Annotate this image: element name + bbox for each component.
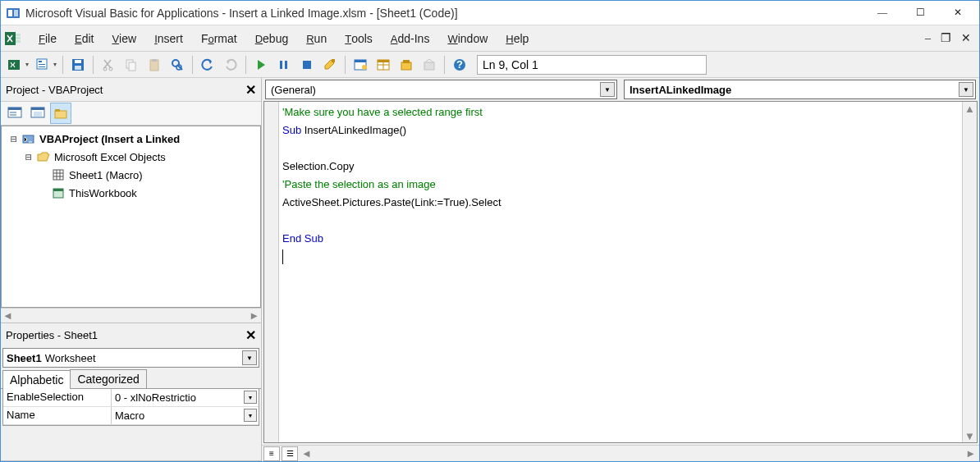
menu-edit[interactable]: Edit bbox=[68, 29, 100, 48]
dropdown-arrow-icon[interactable]: ▼ bbox=[244, 409, 257, 422]
run-button[interactable] bbox=[250, 54, 272, 75]
tree-sheet1[interactable]: Sheet1 (Macro) bbox=[3, 166, 259, 184]
cursor-position-display: Ln 9, Col 1 bbox=[477, 55, 707, 75]
svg-rect-20 bbox=[152, 59, 157, 62]
dropdown-arrow-icon[interactable]: ▾ bbox=[53, 61, 58, 68]
standard-toolbar: ▾ ▾ ? Ln 9, Col 1 bbox=[1, 52, 979, 78]
folder-open-icon bbox=[36, 150, 51, 163]
menu-bar: File Edit View Insert Format Debug Run T… bbox=[1, 25, 979, 52]
tree-project-root[interactable]: ⊟ VBAProject (Insert a Linked bbox=[3, 130, 259, 148]
vertical-scrollbar[interactable]: ▲ ▼ bbox=[962, 102, 977, 442]
insert-module-button[interactable] bbox=[32, 54, 53, 75]
scroll-down-icon[interactable]: ▼ bbox=[963, 429, 977, 442]
svg-rect-18 bbox=[129, 62, 135, 71]
toolbox-button[interactable] bbox=[419, 54, 440, 75]
properties-object-selector[interactable]: Sheet1 Worksheet ▼ bbox=[2, 348, 259, 368]
properties-grid[interactable]: EnableSelection 0 - xlNoRestrictio ▼ Nam… bbox=[2, 389, 259, 426]
undo-button[interactable] bbox=[197, 54, 218, 75]
menu-addins[interactable]: Add-Ins bbox=[384, 29, 437, 48]
window-title: Microsoft Visual Basic for Applications … bbox=[25, 7, 866, 20]
mdi-restore-button[interactable]: ❐ bbox=[936, 31, 956, 45]
menu-insert[interactable]: Insert bbox=[148, 29, 190, 48]
mdi-close-button[interactable]: ✕ bbox=[956, 31, 976, 45]
project-explorer-close-button[interactable]: ✕ bbox=[241, 80, 259, 98]
menu-debug[interactable]: Debug bbox=[249, 29, 295, 48]
paste-button[interactable] bbox=[144, 54, 165, 75]
menu-help[interactable]: Help bbox=[499, 29, 535, 48]
procedure-selector[interactable]: InsertALinkedImage ▼ bbox=[624, 80, 976, 99]
object-selector[interactable]: (General) ▼ bbox=[265, 80, 617, 99]
dropdown-arrow-icon[interactable]: ▼ bbox=[959, 82, 973, 97]
cut-button[interactable] bbox=[98, 54, 119, 75]
toggle-folders-button[interactable] bbox=[50, 103, 71, 124]
properties-title: Properties - Sheet1 bbox=[6, 329, 98, 341]
menu-tools[interactable]: Tools bbox=[338, 29, 379, 48]
design-mode-button[interactable] bbox=[319, 54, 341, 75]
view-object-button[interactable] bbox=[27, 103, 48, 124]
tree-folder-excel-objects[interactable]: ⊟ Microsoft Excel Objects bbox=[3, 148, 259, 166]
svg-rect-50 bbox=[53, 170, 63, 180]
svg-rect-32 bbox=[378, 60, 389, 62]
tree-thisworkbook[interactable]: ThisWorkbook bbox=[3, 184, 259, 202]
property-value[interactable]: Macro ▼ bbox=[112, 407, 259, 424]
collapse-icon[interactable]: ⊟ bbox=[23, 151, 34, 163]
procedure-view-button[interactable]: ≡ bbox=[263, 446, 280, 461]
close-button[interactable]: ✕ bbox=[941, 2, 974, 24]
object-browser-button[interactable] bbox=[396, 54, 417, 75]
view-excel-button[interactable] bbox=[4, 54, 25, 75]
copy-button[interactable] bbox=[121, 54, 142, 75]
reset-button[interactable] bbox=[296, 54, 318, 75]
dropdown-arrow-icon[interactable]: ▼ bbox=[244, 391, 257, 404]
svg-rect-46 bbox=[34, 112, 42, 117]
mdi-minimize-button[interactable]: – bbox=[920, 32, 936, 45]
redo-button[interactable] bbox=[220, 54, 241, 75]
svg-rect-45 bbox=[31, 107, 44, 110]
svg-rect-13 bbox=[75, 60, 81, 63]
code-margin[interactable] bbox=[264, 102, 279, 442]
svg-point-30 bbox=[362, 65, 367, 70]
property-value[interactable]: 0 - xlNoRestrictio ▼ bbox=[112, 389, 259, 406]
code-editor[interactable]: 'Make sure you have a selected range fir… bbox=[279, 102, 962, 442]
workspace: Project - VBAProject ✕ ⊟ VBAProject (Ins… bbox=[1, 78, 979, 461]
menu-window[interactable]: Window bbox=[441, 29, 494, 48]
svg-rect-24 bbox=[280, 61, 282, 69]
vba-app-icon bbox=[6, 6, 21, 21]
property-row[interactable]: EnableSelection 0 - xlNoRestrictio ▼ bbox=[3, 389, 259, 407]
properties-header[interactable]: Properties - Sheet1 ✕ bbox=[1, 323, 261, 346]
tab-alphabetic[interactable]: Alphabetic bbox=[2, 370, 71, 389]
menu-file[interactable]: File bbox=[32, 29, 63, 48]
dropdown-arrow-icon[interactable]: ▼ bbox=[242, 350, 257, 365]
project-tree[interactable]: ⊟ VBAProject (Insert a Linked ⊟ Microsof… bbox=[1, 126, 261, 308]
properties-close-button[interactable]: ✕ bbox=[241, 326, 259, 344]
minimize-button[interactable]: — bbox=[866, 2, 899, 24]
project-explorer-button[interactable] bbox=[350, 54, 371, 75]
save-button[interactable] bbox=[67, 54, 89, 75]
svg-text:?: ? bbox=[456, 58, 463, 71]
svg-rect-1 bbox=[8, 10, 12, 16]
help-button[interactable]: ? bbox=[449, 54, 470, 75]
maximize-button[interactable]: ☐ bbox=[904, 2, 936, 24]
property-row[interactable]: Name Macro ▼ bbox=[3, 407, 259, 425]
svg-rect-35 bbox=[401, 62, 411, 70]
properties-window-button[interactable] bbox=[373, 54, 394, 75]
menu-view[interactable]: View bbox=[105, 29, 143, 48]
menu-format[interactable]: Format bbox=[195, 29, 244, 48]
project-explorer-title: Project - VBAProject bbox=[6, 84, 103, 96]
view-code-button[interactable] bbox=[4, 103, 25, 124]
find-button[interactable] bbox=[167, 54, 188, 75]
properties-tabstrip: Alphabetic Categorized bbox=[1, 369, 261, 389]
full-module-view-button[interactable]: ☰ bbox=[282, 446, 298, 461]
scroll-up-icon[interactable]: ▲ bbox=[963, 102, 977, 115]
project-explorer-header[interactable]: Project - VBAProject ✕ bbox=[1, 78, 261, 101]
dropdown-arrow-icon[interactable]: ▾ bbox=[25, 61, 30, 68]
project-horizontal-scrollbar[interactable]: ◄► bbox=[1, 308, 261, 322]
tree-label: ThisWorkbook bbox=[67, 187, 137, 199]
break-button[interactable] bbox=[273, 54, 295, 75]
tab-categorized[interactable]: Categorized bbox=[70, 369, 147, 388]
text-caret bbox=[282, 249, 283, 264]
dropdown-arrow-icon[interactable]: ▼ bbox=[600, 82, 615, 97]
project-explorer-panel: Project - VBAProject ✕ ⊟ VBAProject (Ins… bbox=[1, 78, 261, 323]
collapse-icon[interactable]: ⊟ bbox=[8, 133, 20, 145]
horizontal-scrollbar[interactable]: ◄► bbox=[300, 447, 978, 460]
menu-run[interactable]: Run bbox=[300, 29, 333, 48]
